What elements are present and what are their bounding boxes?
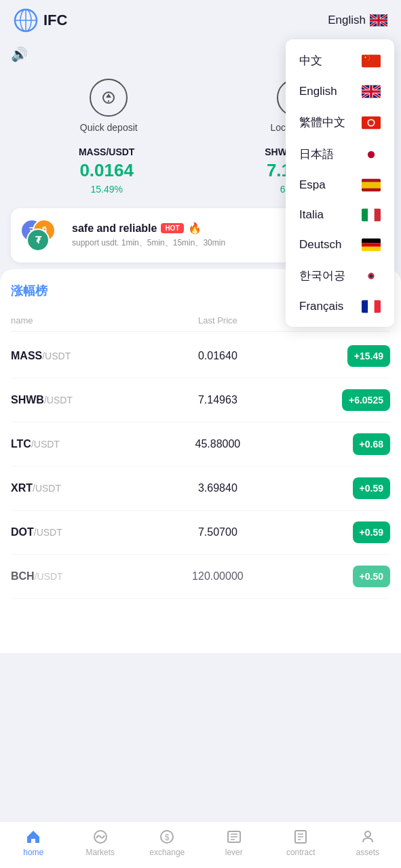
logo[interactable]: IFC xyxy=(14,8,67,33)
updown-bch: +0.50 xyxy=(353,566,390,587)
nav-home-label: home xyxy=(23,848,43,857)
jp-flag-icon xyxy=(362,148,381,161)
cn-flag-icon xyxy=(362,54,381,68)
svg-rect-23 xyxy=(362,243,381,247)
deposit-label: Quick deposit xyxy=(80,122,138,133)
last-price-ltc: 45.88000 xyxy=(149,438,286,450)
lang-item-fr[interactable]: Français xyxy=(286,292,394,321)
last-price-shwb: 7.14963 xyxy=(149,394,286,406)
coin-pair-bch: BCH/USDT xyxy=(11,570,149,583)
svg-point-14 xyxy=(368,120,373,125)
updown-shwb: +6.0525 xyxy=(342,389,390,411)
col-price: Last Price xyxy=(149,315,286,326)
lang-label: English xyxy=(328,14,366,27)
nav-markets[interactable]: Markets xyxy=(80,829,121,857)
lang-item-zh[interactable]: 中文 xyxy=(286,45,394,77)
fr-flag-icon xyxy=(362,300,381,313)
coin-pair-shwb: SHWB/USDT xyxy=(11,394,149,406)
svg-rect-19 xyxy=(362,209,368,222)
nav-assets-label: assets xyxy=(356,848,379,857)
deposit-icon xyxy=(90,79,128,117)
header: IFC English xyxy=(0,0,401,41)
table-row[interactable]: MASS/USDT 0.01640 +15.49 xyxy=(11,334,390,378)
logo-globe-icon xyxy=(14,8,38,33)
col-name: name xyxy=(11,315,149,326)
lang-item-zht[interactable]: 繁體中文 xyxy=(286,106,394,138)
nav-exchange[interactable]: $ exchange xyxy=(147,829,187,857)
bottom-nav: home Markets $ exchange lever contrac xyxy=(0,821,401,868)
uk-flag-icon xyxy=(370,14,387,26)
last-price-bch: 120.00000 xyxy=(149,570,286,583)
change-mass: 15.49% xyxy=(90,184,122,195)
language-button[interactable]: English xyxy=(328,14,387,27)
it-flag-icon xyxy=(362,208,381,222)
coin-pair-ltc: LTC/USDT xyxy=(11,438,149,450)
table-row[interactable]: BCH/USDT 120.00000 +0.50 xyxy=(11,555,390,599)
svg-rect-5 xyxy=(362,54,381,67)
svg-marker-32 xyxy=(106,94,111,98)
uk-flag-icon-2 xyxy=(362,85,381,98)
hot-badge: HOT xyxy=(161,223,183,233)
svg-rect-18 xyxy=(362,182,381,188)
usdt-icon: ₮ xyxy=(26,229,50,252)
last-price-dot: 7.50700 xyxy=(149,526,286,538)
lang-item-ko[interactable]: 한국어공 xyxy=(286,260,394,292)
markets-icon xyxy=(92,829,109,845)
nav-home[interactable]: home xyxy=(13,829,54,857)
nav-assets[interactable]: assets xyxy=(347,829,388,857)
es-flag-icon xyxy=(362,178,381,192)
lang-de-label: Deutsch xyxy=(299,238,341,252)
nav-contract-label: contract xyxy=(286,848,316,857)
contract-icon xyxy=(292,829,309,845)
updown-dot: +0.59 xyxy=(353,521,390,543)
logo-text: IFC xyxy=(43,12,67,29)
updown-xrt: +0.59 xyxy=(353,477,390,499)
lang-en-label: English xyxy=(299,85,337,98)
lang-item-ja[interactable]: 日本語 xyxy=(286,138,394,170)
svg-rect-28 xyxy=(362,300,368,313)
nav-contract[interactable]: contract xyxy=(280,829,321,857)
svg-rect-20 xyxy=(368,209,374,222)
svg-rect-21 xyxy=(375,209,381,222)
nav-lever[interactable]: lever xyxy=(214,829,254,857)
lang-it-label: Italia xyxy=(299,208,324,222)
lang-zht-label: 繁體中文 xyxy=(299,115,345,130)
table-row[interactable]: SHWB/USDT 7.14963 +6.0525 xyxy=(11,378,390,422)
lang-es-label: Espa xyxy=(299,178,326,192)
svg-point-27 xyxy=(370,274,373,277)
quick-deposit-action[interactable]: Quick deposit xyxy=(80,79,138,133)
de-flag-icon xyxy=(362,238,381,252)
price-mass: 0.0164 xyxy=(79,160,134,181)
table-row[interactable]: DOT/USDT 7.50700 +0.59 xyxy=(11,511,390,555)
last-price-xrt: 3.69840 xyxy=(149,482,286,494)
exchange-icon: $ xyxy=(159,829,175,845)
nav-lever-label: lever xyxy=(225,848,243,857)
coin-pair-mass: MASS/USDT xyxy=(11,350,149,362)
coin-pair-xrt: XRT/USDT xyxy=(11,482,149,494)
lang-fr-label: Français xyxy=(299,300,343,313)
svg-rect-30 xyxy=(375,300,381,313)
lang-ko-label: 한국어공 xyxy=(299,268,345,283)
table-row[interactable]: XRT/USDT 3.69840 +0.59 xyxy=(11,467,390,511)
table-row[interactable]: LTC/USDT 45.88000 +0.68 xyxy=(11,422,390,467)
lang-zh-label: 中文 xyxy=(299,53,322,68)
kr-flag-icon xyxy=(362,269,381,283)
pair-mass: MASS/USDT xyxy=(79,146,134,157)
lang-item-en[interactable]: English xyxy=(286,77,394,106)
volume-icon[interactable]: 🔊 xyxy=(11,47,28,62)
coin-pair-dot: DOT/USDT xyxy=(11,526,149,538)
last-price-mass: 0.01640 xyxy=(149,350,286,362)
nav-exchange-label: exchange xyxy=(149,848,185,857)
price-card-mass[interactable]: MASS/USDT 0.0164 15.49% xyxy=(79,146,134,195)
lang-item-de[interactable]: Deutsch xyxy=(286,230,394,260)
lang-item-es[interactable]: Espa xyxy=(286,170,394,200)
nav-markets-label: Markets xyxy=(85,848,115,857)
language-dropdown: 中文 English 繁體中文 日本語 xyxy=(286,39,394,327)
assets-icon xyxy=(360,829,376,845)
lang-item-it[interactable]: Italia xyxy=(286,200,394,230)
svg-rect-22 xyxy=(362,239,381,243)
updown-mass: +15.49 xyxy=(347,345,390,367)
updown-ltc: +0.68 xyxy=(353,433,390,455)
lever-icon xyxy=(226,829,242,845)
svg-rect-29 xyxy=(368,300,374,313)
